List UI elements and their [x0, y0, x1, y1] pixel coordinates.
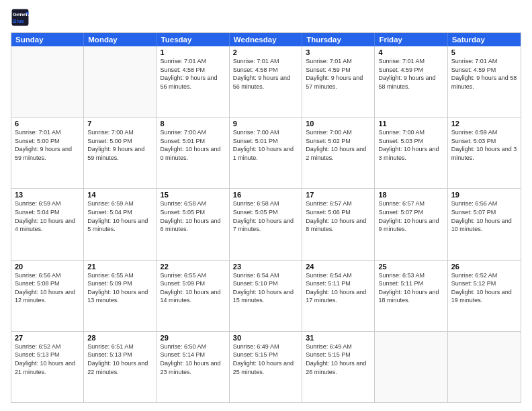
day-number: 11 [378, 120, 443, 128]
day-info: Sunrise: 7:00 AM Sunset: 5:03 PM Dayligh… [378, 128, 443, 162]
day-info: Sunrise: 7:01 AM Sunset: 4:58 PM Dayligh… [161, 57, 226, 91]
day-number: 3 [306, 48, 371, 56]
svg-text:Blue: Blue [13, 18, 25, 24]
day-cell-4: 4Sunrise: 7:01 AM Sunset: 4:59 PM Daylig… [375, 46, 447, 117]
day-info: Sunrise: 6:49 AM Sunset: 5:15 PM Dayligh… [306, 342, 371, 376]
logo: General Blue [11, 8, 32, 27]
week-row-5: 27Sunrise: 6:52 AM Sunset: 5:13 PM Dayli… [11, 332, 521, 402]
day-info: Sunrise: 6:55 AM Sunset: 5:09 PM Dayligh… [161, 271, 226, 305]
day-header-tuesday: Tuesday [157, 33, 230, 46]
day-cell-28: 28Sunrise: 6:51 AM Sunset: 5:13 PM Dayli… [84, 332, 157, 402]
day-header-monday: Monday [84, 33, 157, 46]
day-cell-24: 24Sunrise: 6:54 AM Sunset: 5:11 PM Dayli… [302, 261, 375, 331]
day-info: Sunrise: 7:00 AM Sunset: 5:01 PM Dayligh… [233, 128, 298, 162]
day-cell-18: 18Sunrise: 6:57 AM Sunset: 5:07 PM Dayli… [375, 189, 447, 259]
day-header-thursday: Thursday [302, 33, 375, 46]
day-number: 20 [15, 263, 80, 271]
day-cell-13: 13Sunrise: 6:59 AM Sunset: 5:04 PM Dayli… [11, 189, 84, 259]
day-info: Sunrise: 7:00 AM Sunset: 5:00 PM Dayligh… [87, 128, 152, 162]
day-number: 21 [87, 263, 152, 271]
day-info: Sunrise: 6:51 AM Sunset: 5:13 PM Dayligh… [87, 342, 152, 376]
empty-cell [84, 46, 157, 117]
day-info: Sunrise: 6:52 AM Sunset: 5:12 PM Dayligh… [451, 271, 517, 305]
day-number: 24 [306, 263, 371, 271]
day-number: 12 [451, 120, 517, 128]
day-info: Sunrise: 7:01 AM Sunset: 4:59 PM Dayligh… [378, 57, 443, 91]
day-cell-15: 15Sunrise: 6:58 AM Sunset: 5:05 PM Dayli… [157, 189, 230, 259]
day-number: 10 [306, 120, 371, 128]
page: General Blue SundayMondayTuesdayWednesda… [0, 0, 532, 411]
day-header-saturday: Saturday [448, 33, 521, 46]
day-cell-16: 16Sunrise: 6:58 AM Sunset: 5:05 PM Dayli… [230, 189, 302, 259]
day-cell-7: 7Sunrise: 7:00 AM Sunset: 5:00 PM Daylig… [84, 118, 157, 188]
day-info: Sunrise: 7:00 AM Sunset: 5:01 PM Dayligh… [161, 128, 226, 162]
empty-cell [375, 332, 447, 402]
day-header-friday: Friday [375, 33, 447, 46]
day-info: Sunrise: 7:01 AM Sunset: 4:58 PM Dayligh… [233, 57, 298, 91]
day-number: 14 [87, 191, 152, 199]
day-info: Sunrise: 7:01 AM Sunset: 4:59 PM Dayligh… [306, 57, 371, 91]
day-number: 26 [451, 263, 517, 271]
day-info: Sunrise: 6:57 AM Sunset: 5:06 PM Dayligh… [306, 199, 371, 233]
day-info: Sunrise: 6:54 AM Sunset: 5:11 PM Dayligh… [306, 271, 371, 305]
day-cell-25: 25Sunrise: 6:53 AM Sunset: 5:11 PM Dayli… [375, 261, 447, 331]
day-number: 31 [306, 334, 371, 342]
day-info: Sunrise: 6:58 AM Sunset: 5:05 PM Dayligh… [161, 199, 226, 233]
day-number: 29 [161, 334, 226, 342]
day-number: 2 [233, 48, 298, 56]
day-number: 13 [15, 191, 80, 199]
day-info: Sunrise: 6:58 AM Sunset: 5:05 PM Dayligh… [233, 199, 298, 233]
day-number: 19 [451, 191, 517, 199]
day-number: 30 [233, 334, 298, 342]
day-number: 27 [15, 334, 80, 342]
day-number: 25 [378, 263, 443, 271]
day-cell-9: 9Sunrise: 7:00 AM Sunset: 5:01 PM Daylig… [230, 118, 302, 188]
day-cell-2: 2Sunrise: 7:01 AM Sunset: 4:58 PM Daylig… [230, 46, 302, 117]
day-header-wednesday: Wednesday [230, 33, 302, 46]
day-number: 15 [161, 191, 226, 199]
day-cell-23: 23Sunrise: 6:54 AM Sunset: 5:10 PM Dayli… [230, 261, 302, 331]
day-number: 28 [87, 334, 152, 342]
day-info: Sunrise: 6:59 AM Sunset: 5:04 PM Dayligh… [15, 199, 80, 233]
day-number: 16 [233, 191, 298, 199]
day-cell-6: 6Sunrise: 7:01 AM Sunset: 5:00 PM Daylig… [11, 118, 84, 188]
day-number: 7 [87, 120, 152, 128]
calendar-body: 1Sunrise: 7:01 AM Sunset: 4:58 PM Daylig… [11, 46, 521, 402]
day-cell-20: 20Sunrise: 6:56 AM Sunset: 5:08 PM Dayli… [11, 261, 84, 331]
day-cell-31: 31Sunrise: 6:49 AM Sunset: 5:15 PM Dayli… [302, 332, 375, 402]
day-number: 4 [378, 48, 443, 56]
day-cell-29: 29Sunrise: 6:50 AM Sunset: 5:14 PM Dayli… [157, 332, 230, 402]
day-number: 17 [306, 191, 371, 199]
day-cell-19: 19Sunrise: 6:56 AM Sunset: 5:07 PM Dayli… [448, 189, 521, 259]
week-row-2: 6Sunrise: 7:01 AM Sunset: 5:00 PM Daylig… [11, 118, 521, 189]
day-number: 5 [451, 48, 517, 56]
logo-icon: General Blue [11, 8, 30, 27]
empty-cell [448, 332, 521, 402]
header: General Blue [11, 8, 521, 27]
week-row-4: 20Sunrise: 6:56 AM Sunset: 5:08 PM Dayli… [11, 261, 521, 332]
day-info: Sunrise: 6:56 AM Sunset: 5:07 PM Dayligh… [451, 199, 517, 233]
day-number: 22 [161, 263, 226, 271]
day-number: 1 [161, 48, 226, 56]
day-info: Sunrise: 6:49 AM Sunset: 5:15 PM Dayligh… [233, 342, 298, 376]
calendar-header: SundayMondayTuesdayWednesdayThursdayFrid… [11, 33, 521, 46]
day-info: Sunrise: 6:52 AM Sunset: 5:13 PM Dayligh… [15, 342, 80, 376]
day-info: Sunrise: 7:01 AM Sunset: 5:00 PM Dayligh… [15, 128, 80, 162]
day-cell-26: 26Sunrise: 6:52 AM Sunset: 5:12 PM Dayli… [448, 261, 521, 331]
day-info: Sunrise: 6:59 AM Sunset: 5:03 PM Dayligh… [451, 128, 517, 162]
day-cell-14: 14Sunrise: 6:59 AM Sunset: 5:04 PM Dayli… [84, 189, 157, 259]
day-cell-3: 3Sunrise: 7:01 AM Sunset: 4:59 PM Daylig… [302, 46, 375, 117]
day-info: Sunrise: 7:01 AM Sunset: 4:59 PM Dayligh… [451, 57, 517, 91]
day-info: Sunrise: 6:54 AM Sunset: 5:10 PM Dayligh… [233, 271, 298, 305]
day-cell-11: 11Sunrise: 7:00 AM Sunset: 5:03 PM Dayli… [375, 118, 447, 188]
day-number: 9 [233, 120, 298, 128]
day-cell-22: 22Sunrise: 6:55 AM Sunset: 5:09 PM Dayli… [157, 261, 230, 331]
day-number: 6 [15, 120, 80, 128]
day-cell-30: 30Sunrise: 6:49 AM Sunset: 5:15 PM Dayli… [230, 332, 302, 402]
day-info: Sunrise: 6:56 AM Sunset: 5:08 PM Dayligh… [15, 271, 80, 305]
day-cell-17: 17Sunrise: 6:57 AM Sunset: 5:06 PM Dayli… [302, 189, 375, 259]
day-cell-10: 10Sunrise: 7:00 AM Sunset: 5:02 PM Dayli… [302, 118, 375, 188]
empty-cell [11, 46, 84, 117]
day-number: 23 [233, 263, 298, 271]
day-header-sunday: Sunday [11, 33, 84, 46]
